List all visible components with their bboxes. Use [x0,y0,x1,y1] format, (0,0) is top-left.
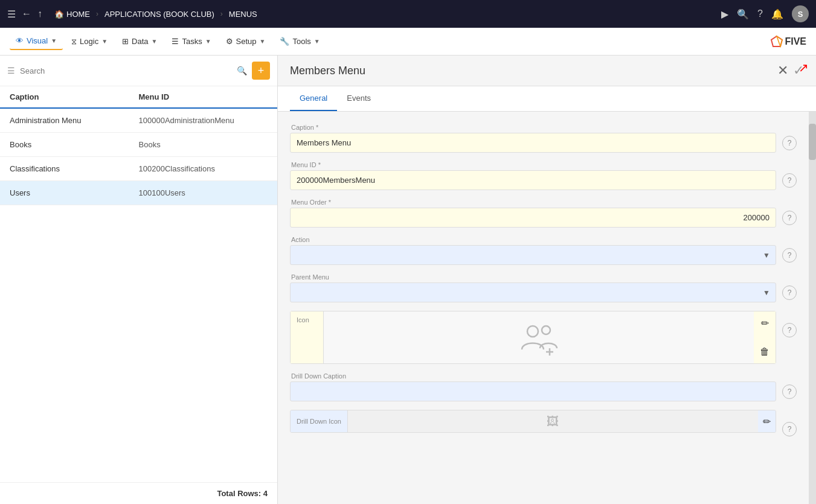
form-header: Members Menu ✕ ✓ ↗ [278,56,816,86]
home-nav[interactable]: 🏠 HOME [54,10,90,19]
drill-down-icon-label: Drill Down Icon [291,410,348,432]
icon-field: Icon [290,311,776,364]
parent-menu-help-icon[interactable]: ? [782,285,797,300]
logic-label: Logic [80,37,98,46]
table-row[interactable]: Classifications 100200Classifications [0,157,277,181]
play-icon[interactable]: ▶ [721,8,728,20]
action-help-icon[interactable]: ? [782,248,797,263]
tools-icon: 🔧 [280,37,289,46]
action-field: Action ▼ [290,236,776,265]
icon-delete-button[interactable]: 🗑 [757,344,772,360]
table-footer: Total Rows: 4 [0,482,277,504]
action-select-wrapper: ▼ [290,245,776,265]
row-caption-1: Books [10,140,139,149]
save-button[interactable]: ✓ [793,63,804,78]
tasks-label: Tasks [182,37,202,46]
nav-tools[interactable]: 🔧 Tools ▼ [274,33,326,49]
caption-help-icon[interactable]: ? [782,136,797,150]
menu-id-input[interactable] [290,170,776,190]
tab-events[interactable]: Events [337,86,381,111]
table-row[interactable]: Administration Menu 100000Administration… [0,109,277,133]
nav-setup[interactable]: ⚙ Setup ▼ [220,33,272,49]
home-label: HOME [66,10,90,19]
menu-id-help-icon[interactable]: ? [782,173,797,188]
section-breadcrumb[interactable]: MENUS [229,10,257,19]
drill-down-icon-help-icon[interactable]: ? [782,422,797,436]
total-rows-label: Total Rows: 4 [217,489,268,498]
scrollbar-track[interactable] [809,112,816,504]
tab-general[interactable]: General [290,86,337,111]
breadcrumb-sep3: › [220,10,223,18]
close-button[interactable]: ✕ [777,63,788,78]
drill-down-icon-preview: 🖼 [348,410,758,432]
main-layout: ☰ 🔍 + Caption Menu ID Administration Men… [0,56,816,504]
members-icon [519,318,558,357]
icon-help-icon[interactable]: ? [782,323,797,337]
nav-visual[interactable]: 👁 Visual ▼ [10,33,63,50]
form-body: Caption * ? Menu ID * ? Menu O [278,112,809,504]
icon-actions: ✏ 🗑 [754,311,776,363]
nav-logic[interactable]: ⧖ Logic ▼ [65,33,114,50]
nav-data[interactable]: ⊞ Data ▼ [116,33,163,49]
col-header-menuid: Menu ID [139,92,268,101]
scrollbar-thumb[interactable] [809,124,816,160]
data-label: Data [132,37,148,46]
parent-menu-select[interactable] [290,282,776,302]
drill-down-caption-field: Drill Down Caption [290,372,776,401]
svg-point-2 [527,326,538,337]
topbar: ☰ ← ↑ 🏠 HOME › APPLICATIONS (BOOK CLUB) … [0,0,816,28]
app-breadcrumb[interactable]: APPLICATIONS (BOOK CLUB) [104,10,214,19]
setup-icon: ⚙ [226,37,233,46]
breadcrumb-sep2: › [96,10,98,18]
caption-field: Caption * [290,124,776,153]
menu-icon[interactable]: ☰ [7,8,16,20]
drill-down-icon-edit-button[interactable]: ✏ [763,416,771,427]
search-topbar-icon[interactable]: 🔍 [737,8,749,20]
caption-label: Caption * [290,124,776,131]
menu-id-label: Menu ID * [290,161,776,168]
drill-down-caption-help-icon[interactable]: ? [782,384,797,399]
row-menuid-1: Books [139,140,268,149]
table-row[interactable]: Books Books [0,133,277,157]
five-text: FIVE [785,36,806,47]
add-button[interactable]: + [252,62,270,80]
parent-menu-field: Parent Menu ▼ [290,273,776,302]
search-input[interactable] [20,66,232,75]
menu-order-help-icon[interactable]: ? [782,211,797,225]
action-field-row: Action ▼ ? [290,236,797,265]
data-chevron: ▼ [152,38,158,45]
caption-field-row: Caption * ? [290,124,797,153]
icon-field-row: Icon [290,311,797,364]
right-panel: Members Menu ✕ ✓ ↗ General Events [278,56,816,504]
drill-down-icon-placeholder: 🖼 [547,415,559,429]
bell-icon[interactable]: 🔔 [771,8,783,20]
parent-menu-field-row: Parent Menu ▼ ? [290,273,797,302]
nav-tasks[interactable]: ☰ Tasks ▼ [165,33,217,49]
drill-down-caption-label: Drill Down Caption [290,372,776,380]
tasks-icon: ☰ [172,37,179,46]
search-icon[interactable]: 🔍 [237,66,247,75]
drill-down-caption-input[interactable] [290,381,776,401]
row-caption-0: Administration Menu [10,116,139,125]
back-icon[interactable]: ← [22,8,31,19]
menu-id-field: Menu ID * [290,161,776,190]
menu-order-field: Menu Order * [290,199,776,228]
visual-chevron: ▼ [51,37,57,44]
row-caption-3: Users [10,188,139,197]
user-avatar[interactable]: S [792,5,809,22]
action-select[interactable] [290,245,776,265]
home-icon: 🏠 [54,10,64,19]
logic-icon: ⧖ [71,37,77,46]
setup-chevron: ▼ [260,38,266,45]
caption-input[interactable] [290,133,776,153]
tools-chevron: ▼ [314,38,320,45]
menu-order-input[interactable] [290,208,776,228]
menu-order-label: Menu Order * [290,199,776,206]
forward-icon[interactable]: ↑ [37,8,42,19]
icon-edit-button[interactable]: ✏ [759,315,771,331]
table-row[interactable]: Users 100100Users [0,181,277,205]
help-topbar-icon[interactable]: ? [757,8,763,19]
filter-icon: ☰ [7,66,15,75]
five-logo: FIVE [770,35,806,48]
form-tabs: General Events [278,86,816,112]
